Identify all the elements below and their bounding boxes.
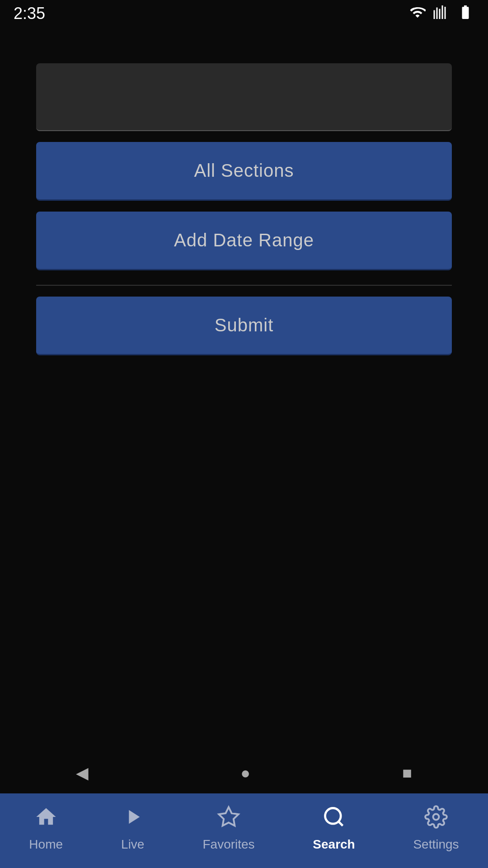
status-bar: 2:35 bbox=[0, 0, 488, 27]
submit-button[interactable]: Submit bbox=[36, 297, 452, 355]
nav-label-favorites: Favorites bbox=[202, 837, 254, 852]
svg-point-0 bbox=[325, 808, 341, 824]
back-button[interactable]: ◀ bbox=[76, 764, 89, 783]
nav-label-home: Home bbox=[29, 837, 63, 852]
search-icon bbox=[322, 805, 346, 834]
nav-label-search: Search bbox=[313, 837, 355, 852]
nav-item-search[interactable]: Search bbox=[304, 801, 364, 856]
nav-item-home[interactable]: Home bbox=[20, 801, 72, 856]
nav-label-live: Live bbox=[121, 837, 144, 852]
add-date-range-button[interactable]: Add Date Range bbox=[36, 212, 452, 270]
nav-item-live[interactable]: Live bbox=[112, 801, 154, 856]
home-icon bbox=[34, 805, 58, 834]
nav-item-settings[interactable]: Settings bbox=[404, 801, 468, 856]
status-icons bbox=[409, 4, 474, 24]
svg-point-2 bbox=[433, 814, 439, 820]
battery-icon bbox=[456, 4, 474, 24]
divider bbox=[36, 285, 452, 286]
svg-line-1 bbox=[338, 821, 343, 826]
favorites-icon bbox=[217, 805, 240, 834]
android-nav: ◀ ● ■ bbox=[0, 753, 488, 793]
signal-icon bbox=[433, 4, 449, 24]
status-time: 2:35 bbox=[14, 4, 45, 23]
all-sections-button[interactable]: All Sections bbox=[36, 142, 452, 201]
recent-button[interactable]: ■ bbox=[402, 764, 412, 783]
main-content: All Sections Add Date Range Submit bbox=[0, 27, 488, 355]
nav-item-favorites[interactable]: Favorites bbox=[193, 801, 263, 856]
search-input[interactable] bbox=[36, 63, 452, 131]
home-button[interactable]: ● bbox=[240, 764, 250, 783]
nav-label-settings: Settings bbox=[413, 837, 459, 852]
bottom-nav: Home Live Favorites Search bbox=[0, 793, 488, 868]
settings-icon bbox=[424, 805, 448, 834]
live-icon bbox=[121, 805, 145, 834]
wifi-icon bbox=[409, 4, 426, 24]
